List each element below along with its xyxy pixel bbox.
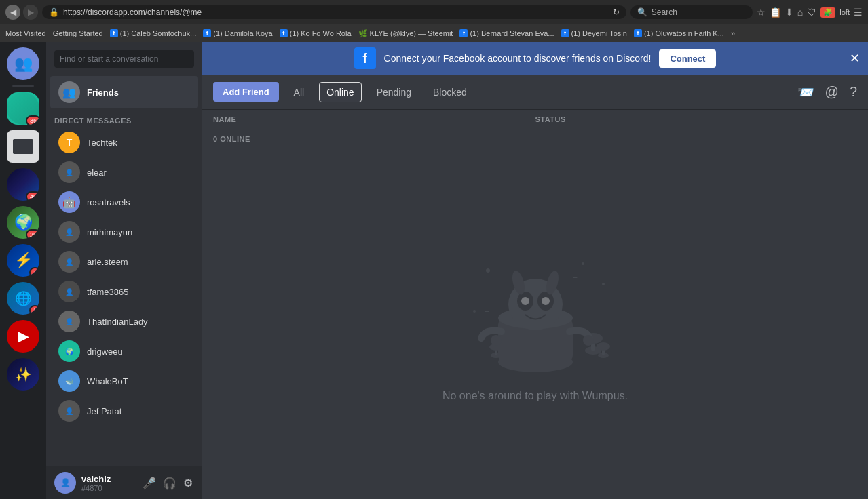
dm-name-arie: arie.steem [87,257,128,267]
user-panel: 👤 valchiz #4870 🎤 🎧 ⚙ [46,466,202,499]
bookmark-klye[interactable]: 🌿 KLYE (@klye) — Steemit [358,29,453,38]
dm-item[interactable]: 🤖 rosatravels [50,187,198,217]
dm-name-drigweeu: drigweeu [87,346,123,357]
download-icon[interactable]: ⬇ [785,7,793,18]
dm-name-techtek: Techtek [87,138,117,148]
svg-point-27 [583,335,594,346]
bookmark-deyemi[interactable]: f (1) Deyemi Tosin [561,29,627,37]
dm-item[interactable]: T Techtek [50,127,198,157]
friends-table-header: NAME STATUS [202,110,868,129]
browser-toolbar: ◀ ▶ 🔒 https://discordapp.com/channels/@m… [0,0,868,24]
tab-blocked[interactable]: Blocked [426,83,474,102]
bookmark-oluwatosin[interactable]: f (1) Oluwatosin Faith K... [634,29,724,37]
wumpus-svg: + + ✦ [447,243,624,379]
svg-point-1 [582,262,584,265]
bookmark-getting-started[interactable]: Getting Started [53,29,103,37]
dm-item[interactable]: 👤 mirhimayun [50,217,198,247]
server-icon-3[interactable]: 40 [7,168,39,201]
search-placeholder: Search [652,7,677,17]
bookmark-damilola[interactable]: f (1) Damilola Koya [203,29,272,37]
mute-button[interactable]: 🎤 [141,475,157,491]
svg-text:+: + [573,273,578,283]
empty-message: No one's around to play with Wumpus. [442,390,628,402]
inbox-icon[interactable]: @ [825,84,839,100]
dm-item[interactable]: 👤 Jef Patat [50,396,198,426]
server-icon-5[interactable]: ⚡ 1 [7,244,39,277]
server-icon-4[interactable]: 🌍 25 [7,206,39,239]
server-badge-6: 1 [29,305,39,315]
server-badge-4: 25 [26,229,39,239]
fb-banner: f Connect your Facebook account to disco… [202,42,868,75]
search-input[interactable] [54,50,194,68]
dm-section-title: DIRECT MESSAGES [46,108,202,127]
tab-pending[interactable]: Pending [370,83,418,102]
dm-item[interactable]: 👤 arie.steem [50,247,198,277]
friends-icon: 👥 [58,81,80,103]
deafen-button[interactable]: 🎧 [162,475,178,491]
col-name-header: NAME [213,115,535,123]
dm-item[interactable]: 👤 tfame3865 [50,277,198,306]
lock-icon: 🔒 [49,7,59,17]
shield-icon[interactable]: 🛡 [807,7,816,18]
facebook-logo: f [354,47,376,69]
svg-point-23 [542,297,550,305]
dm-item[interactable]: 👤 elear [50,157,198,187]
search-bar[interactable]: 🔍 Search [630,5,753,19]
bookmark-most-visited[interactable]: Most Visited [5,29,46,37]
tab-all[interactable]: All [287,83,312,102]
server-icon-8[interactable]: ✨ [7,358,39,391]
svg-point-22 [521,297,529,305]
new-dm-icon[interactable]: 📨 [797,84,814,100]
server-badge-1: 36 [26,115,39,125]
server-divider [12,85,34,87]
username: valchiz [81,474,136,484]
fb-close-button[interactable]: ✕ [850,51,860,66]
dm-name-thatindian: ThatIndianLady [87,317,148,327]
bookmark-bernard[interactable]: f (1) Bernard Stevan Eva... [459,29,554,37]
address-bar[interactable]: 🔒 https://discordapp.com/channels/@me ↻ [42,5,626,19]
dm-avatar-drigweeu: 🌍 [58,340,80,362]
back-button[interactable]: ◀ [5,5,20,20]
server-icon-6[interactable]: 🌐 1 [7,282,39,315]
reader-icon[interactable]: 📋 [770,7,781,18]
friends-header: Add Friend All Online Pending Blocked 📨 … [202,75,868,110]
star-icon[interactable]: ☆ [757,7,766,18]
dm-list: T Techtek 👤 elear 🤖 rosatravels 👤 [46,127,202,466]
friends-nav-item[interactable]: 👥 Friends [50,76,198,108]
add-friend-button[interactable]: Add Friend [213,82,279,102]
svg-point-12 [597,342,610,351]
bookmark-caleb[interactable]: f (1) Caleb Somtochuk... [110,29,197,37]
menu-icon[interactable]: ☰ [854,7,863,18]
server-icon-2[interactable] [7,130,39,163]
dm-avatar-tfame: 👤 [58,281,80,302]
server-badge-5: 1 [29,267,39,277]
header-right: 📨 @ ? [797,84,857,100]
bookmarks-bar: Most Visited Getting Started f (1) Caleb… [0,24,868,42]
bookmark-kofo[interactable]: f (1) Ko Fo Wo Rola [280,29,352,37]
dm-item[interactable]: 🐋 WhaleBoT [50,366,198,396]
main-content: f Connect your Facebook account to disco… [202,42,868,499]
refresh-icon[interactable]: ↻ [613,7,620,17]
tab-online[interactable]: Online [319,82,361,102]
svg-point-3 [473,310,476,313]
dm-avatar-mirhimayun: 👤 [58,221,80,243]
svg-point-26 [491,335,502,346]
server-icon-1[interactable]: 36 [7,92,39,125]
home-icon[interactable]: ⌂ [797,7,803,18]
dm-name-elear: elear [87,167,107,178]
col-status-header: STATUS [535,115,858,123]
server-badge-3: 40 [26,191,39,201]
dm-avatar-arie: 👤 [58,251,80,273]
more-bookmarks[interactable]: » [731,29,735,37]
settings-button[interactable]: ⚙ [182,475,194,491]
dm-server-icon[interactable]: 👥 [7,47,39,80]
forward-button[interactable]: ▶ [23,5,38,20]
dm-item[interactable]: 🌍 drigweeu [50,336,198,366]
url-text: https://discordapp.com/channels/@me [63,7,202,17]
fb-connect-button[interactable]: Connect [659,49,716,68]
dm-name-rosatravels: rosatravels [87,197,130,207]
server-icon-7[interactable]: ▶ [7,320,39,353]
extensions-icon[interactable]: 🧩 [820,7,835,18]
dm-item[interactable]: 👤 ThatIndianLady [50,306,198,336]
help-icon[interactable]: ? [850,84,857,100]
